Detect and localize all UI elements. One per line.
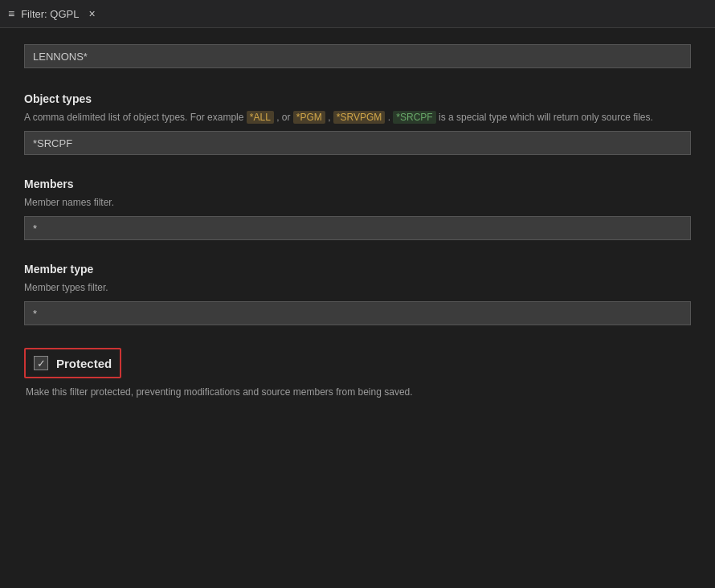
members-description: Member names filter. xyxy=(24,195,691,210)
protected-description: Make this filter protected, preventing m… xyxy=(26,385,691,399)
top-input-section xyxy=(24,44,691,68)
protected-checkbox-row[interactable]: ✓ Protected xyxy=(24,348,121,378)
title-bar-title: Filter: QGPL xyxy=(21,8,79,20)
members-section: Members Member names filter. xyxy=(24,178,691,240)
protected-checkbox[interactable]: ✓ xyxy=(34,356,48,370)
member-type-input[interactable] xyxy=(24,301,691,325)
members-label: Members xyxy=(24,178,691,190)
object-types-desc-suffix: is a special type which will return only… xyxy=(439,112,653,123)
tag-srcpf: *SRCPF xyxy=(393,111,435,124)
lennons-input[interactable] xyxy=(24,44,691,68)
checkmark-icon: ✓ xyxy=(37,358,46,369)
close-icon[interactable]: × xyxy=(88,7,95,20)
object-types-desc-prefix: A comma delimited list of object types. … xyxy=(24,112,247,123)
object-types-description: A comma delimited list of object types. … xyxy=(24,110,691,125)
menu-icon: ≡ xyxy=(8,7,14,20)
member-type-description: Member types filter. xyxy=(24,280,691,295)
tag-all: *ALL xyxy=(247,111,274,124)
object-types-desc-mid2: , xyxy=(328,112,333,123)
member-type-section: Member type Member types filter. xyxy=(24,263,691,325)
tag-srvpgm: *SRVPGM xyxy=(333,111,385,124)
object-types-desc-mid1: , or xyxy=(276,112,293,123)
member-type-label: Member type xyxy=(24,263,691,276)
members-input[interactable] xyxy=(24,216,691,240)
object-types-section: Object types A comma delimited list of o… xyxy=(24,92,691,155)
protected-label: Protected xyxy=(56,357,112,370)
object-types-label: Object types xyxy=(24,92,691,105)
object-types-input[interactable] xyxy=(24,131,691,155)
main-content: Object types A comma delimited list of o… xyxy=(0,28,715,588)
protected-section: ✓ Protected Make this filter protected, … xyxy=(24,348,691,399)
title-bar: ≡ Filter: QGPL × xyxy=(0,0,715,28)
tag-pgm: *PGM xyxy=(293,111,325,124)
